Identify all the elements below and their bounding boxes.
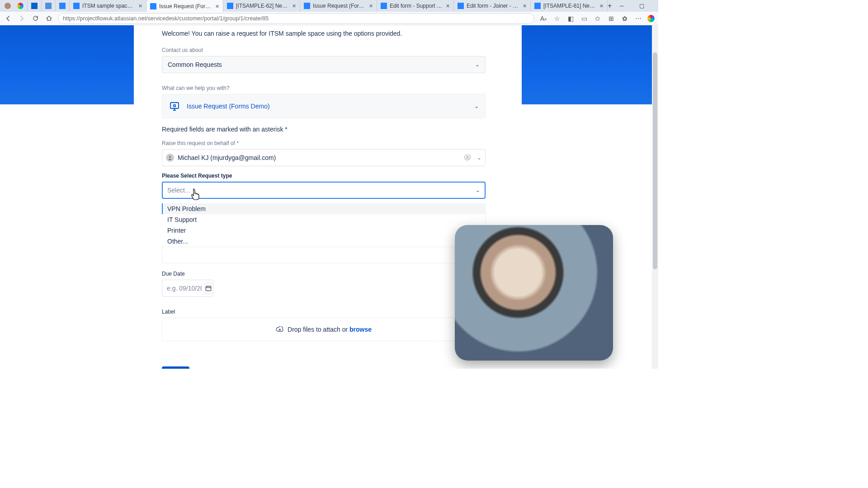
request-type-name: Issue Request (Forms Demo) xyxy=(187,103,270,110)
tab-itsample62[interactable]: [ITSAMPLE-62] New Support Fc ✕ xyxy=(223,0,300,12)
request-type-select[interactable]: Issue Request (Forms Demo) ⌄ xyxy=(162,94,486,118)
jira-icon xyxy=(227,3,233,9)
browser-titlebar: ITSM sample space - Request ty ✕ Issue R… xyxy=(0,0,658,12)
profile-tab[interactable] xyxy=(2,0,14,12)
tab-issue-request[interactable]: Issue Request (Forms Demo) - I ✕ xyxy=(146,0,223,12)
tab-3[interactable] xyxy=(56,0,70,12)
due-date-label: Due Date xyxy=(162,271,486,277)
extensions1-icon[interactable]: ◧ xyxy=(566,14,575,23)
welcome-text: Welcome! You can raise a request for ITS… xyxy=(162,30,486,37)
send-button[interactable]: Send xyxy=(162,366,189,369)
tab-label: Edit form - Joiner - Jira xyxy=(467,3,520,9)
copilot-icon xyxy=(17,3,24,9)
jira-icon xyxy=(458,3,464,9)
forward-button[interactable] xyxy=(17,14,26,23)
chevron-down-icon: ⌄ xyxy=(476,187,480,193)
page-viewport: Welcome! You can raise a request for ITS… xyxy=(0,25,658,369)
tab-label: [ITSAMPLE-62] New Support Fc xyxy=(236,3,289,9)
chevron-down-icon: ⌄ xyxy=(474,103,479,109)
cloud-upload-icon xyxy=(276,326,284,333)
scrollbar-thumb[interactable] xyxy=(653,52,657,269)
close-tab-icon[interactable]: ✕ xyxy=(599,3,604,9)
tab-edit-form-support[interactable]: Edit form - Support Form - Jira ✕ xyxy=(377,0,454,12)
due-date-input[interactable] xyxy=(167,285,202,292)
refresh-button[interactable] xyxy=(31,14,40,23)
contact-select[interactable]: Common Requests ⌄ xyxy=(162,56,486,73)
close-tab-icon[interactable]: ✕ xyxy=(446,3,450,9)
tab-1[interactable] xyxy=(28,0,42,12)
tab-label: Issue Request (Forms Demo) - I xyxy=(159,3,212,9)
request-type-dropdown[interactable]: Select... ⌄ xyxy=(162,182,486,199)
tab-2[interactable] xyxy=(42,0,56,12)
jira-icon xyxy=(150,3,156,9)
label-label: Label xyxy=(162,309,486,315)
behalf-label: Raise this request on behalf of * xyxy=(162,140,486,146)
back-button[interactable] xyxy=(4,14,13,23)
help-label: What can we help you with? xyxy=(162,85,486,91)
jira-icon xyxy=(304,3,310,9)
calendar-icon[interactable] xyxy=(205,282,212,294)
close-tab-icon[interactable]: ✕ xyxy=(523,3,527,9)
option-printer[interactable]: Printer xyxy=(162,225,485,236)
window-restore-button[interactable]: ▢ xyxy=(632,0,651,12)
atlassian-icon xyxy=(59,3,66,9)
generic-fav-icon xyxy=(45,3,52,9)
tab-itsm[interactable]: ITSM sample space - Request ty ✕ xyxy=(70,0,146,12)
dropdown-placeholder: Select... xyxy=(167,187,190,194)
chevron-down-icon: ⌄ xyxy=(475,61,480,68)
contact-label: Contact us about xyxy=(162,47,486,53)
svg-point-2 xyxy=(169,156,171,158)
vertical-scrollbar[interactable] xyxy=(652,25,658,369)
behalf-user-picker[interactable]: Michael KJ (mjurdyga@gmail.com) ⓧ ⌄ xyxy=(162,149,486,166)
hidden-textarea-remainder xyxy=(162,247,486,263)
tab-issue-request-2[interactable]: Issue Request (Forms Demo) - I ✕ xyxy=(300,0,377,12)
option-vpn-problem[interactable]: VPN Problem xyxy=(162,203,485,214)
jira-icon xyxy=(381,3,387,9)
request-type-options: VPN Problem IT Support Printer Other... xyxy=(162,203,486,247)
reader-button[interactable]: AA xyxy=(539,14,548,23)
attachment-dropzone[interactable]: Drop files to attach or browse xyxy=(162,318,486,341)
close-tab-icon[interactable]: ✕ xyxy=(138,3,142,9)
address-bar[interactable]: https://projectflowuk.atlassian.net/serv… xyxy=(58,13,534,24)
menu-button[interactable]: ⋯ xyxy=(634,14,643,23)
new-tab-button[interactable]: + xyxy=(608,0,612,12)
close-tab-icon[interactable]: ✕ xyxy=(215,4,219,9)
browse-link[interactable]: browse xyxy=(349,326,372,333)
tab-0[interactable] xyxy=(14,0,28,12)
user-avatar-icon xyxy=(166,154,174,162)
tab-edit-form-joiner[interactable]: Edit form - Joiner - Jira ✕ xyxy=(454,0,531,12)
contact-select-value: Common Requests xyxy=(168,61,222,68)
collections-button[interactable]: ⊞ xyxy=(607,14,616,23)
tab-label: Issue Request (Forms Demo) - I xyxy=(313,3,366,9)
tab-label: ITSM sample space - Request ty xyxy=(82,3,136,9)
option-it-support[interactable]: IT Support xyxy=(162,214,485,225)
split-screen-button[interactable]: ▭ xyxy=(580,14,589,23)
dropzone-text: Drop files to attach or browse xyxy=(288,326,372,333)
calendar-icon xyxy=(31,3,38,9)
required-note: Required fields are marked with an aster… xyxy=(162,126,486,133)
due-date-field[interactable] xyxy=(162,280,213,297)
jira-icon xyxy=(73,3,80,9)
home-button[interactable] xyxy=(44,14,53,23)
tab-itsample61[interactable]: [ITSAMPLE-61] New Support Fc ✕ xyxy=(531,0,608,12)
browser-toolbar: https://projectflowuk.atlassian.net/serv… xyxy=(0,12,658,25)
window-minimize-button[interactable]: ─ xyxy=(612,0,632,12)
option-other[interactable]: Other... xyxy=(162,236,485,247)
extension-puzzle-icon[interactable]: ✿ xyxy=(620,14,629,23)
tab-label: Edit form - Support Form - Jira xyxy=(390,3,443,9)
svg-rect-3 xyxy=(206,286,211,291)
copilot-sidebar-icon[interactable] xyxy=(647,15,655,22)
clear-icon[interactable]: ⓧ xyxy=(464,154,471,162)
close-tab-icon[interactable]: ✕ xyxy=(369,3,373,9)
window-close-button[interactable]: ✕ xyxy=(651,0,658,12)
url-text: https://projectflowuk.atlassian.net/serv… xyxy=(63,15,269,22)
tab-label: [ITSAMPLE-61] New Support Fc xyxy=(543,3,597,9)
profile-avatar-icon xyxy=(5,3,11,9)
behalf-user-value: Michael KJ (mjurdyga@gmail.com) xyxy=(178,154,276,161)
select-request-type-label: Please Select Request type xyxy=(162,173,486,179)
presenter-webcam-overlay xyxy=(455,225,613,361)
jira-icon xyxy=(534,3,541,9)
favorites-button[interactable]: ✩ xyxy=(593,14,602,23)
favorite-button[interactable]: ☆ xyxy=(552,14,561,23)
close-tab-icon[interactable]: ✕ xyxy=(292,3,296,9)
